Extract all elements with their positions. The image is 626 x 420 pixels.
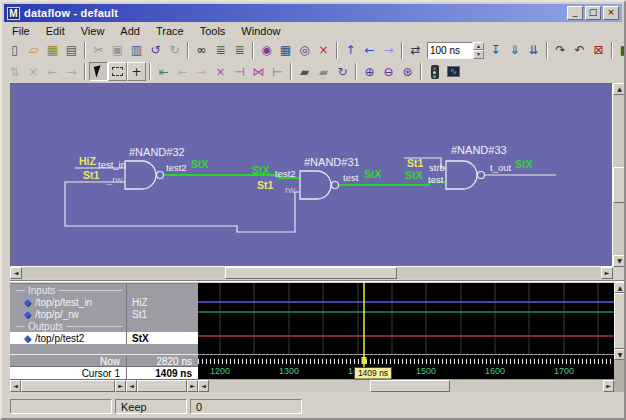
restart-button[interactable]: ⇄ (406, 41, 425, 60)
scroll-right-icon[interactable]: ► (601, 267, 613, 279)
scroll-thumb[interactable] (225, 267, 397, 279)
run-length-input[interactable] (427, 42, 473, 59)
wave-viewport[interactable]: 1200 1300 1400 1500 1600 1700 1409 ns (198, 283, 614, 380)
run-all-button[interactable]: ⇊ (524, 41, 543, 60)
new-file-button[interactable]: ▯ (5, 41, 24, 60)
print-button[interactable]: ▤ (62, 41, 81, 60)
redo-button[interactable]: ↻ (165, 41, 184, 60)
scroll-thumb[interactable] (370, 380, 450, 392)
scroll-left-icon[interactable]: ◄ (198, 380, 209, 392)
scroll-down-icon[interactable]: ▼ (614, 349, 626, 360)
names-hscrollbar[interactable]: ◄ ► (10, 380, 126, 392)
wave-row-/top/p/_rw[interactable]: ◆/top/p/_rwSt1 (10, 308, 198, 320)
paste-button[interactable]: ▥ (127, 41, 146, 60)
back-button[interactable]: ← (360, 41, 379, 60)
wave-vscrollbar[interactable]: ▲ ▼ (614, 282, 626, 392)
menu-trace[interactable]: Trace (148, 23, 192, 39)
wave-group-outputs[interactable]: Outputs (10, 320, 198, 332)
scroll-thumb[interactable] (21, 380, 115, 392)
scroll-thumb[interactable] (137, 380, 187, 392)
forward-button[interactable]: → (379, 41, 398, 60)
scroll-right-icon[interactable]: ► (115, 380, 126, 392)
find-button[interactable]: ∞ (192, 41, 211, 60)
remove-net-button[interactable]: × (211, 62, 230, 81)
open-button[interactable]: ▱ (24, 41, 43, 60)
close-button[interactable]: × (603, 6, 619, 20)
step-over-button[interactable]: ↶ (570, 41, 589, 60)
collapse-net-button[interactable]: ⋈ (249, 62, 268, 81)
continue-run-button[interactable]: ⇓ (505, 41, 524, 60)
delete-window-button[interactable]: × (314, 41, 333, 60)
scroll-right-icon[interactable]: ► (187, 380, 198, 392)
expand-categories-button[interactable]: ≣ (230, 41, 249, 60)
collapse-left-button[interactable]: ⊣ (230, 62, 249, 81)
wave-row-/top/p/test2[interactable]: ◆/top/p/test2StX (10, 332, 198, 344)
minimize-button[interactable]: _ (567, 6, 583, 20)
wave-row-/top/p/test_in[interactable]: ◆/top/p/test_inHiZ (10, 296, 198, 308)
schematic-hscrollbar[interactable]: ◄ ► (10, 267, 613, 279)
trace-back-button[interactable]: ← (43, 62, 62, 81)
cursor-row[interactable]: Cursor 1 1409 ns (10, 367, 198, 380)
maximize-button[interactable]: □ (585, 6, 601, 20)
trace-net-button[interactable]: ◉ (257, 41, 276, 60)
wave-group-inputs[interactable]: Inputs (10, 284, 198, 296)
gate-label: #NAND#33 (451, 144, 507, 156)
collapse-categories-button[interactable]: ≣ (211, 41, 230, 60)
spin-up-icon[interactable]: ▲ (473, 42, 484, 51)
expand-net-to-drivers-button[interactable]: ⇤ (154, 62, 173, 81)
menu-window[interactable]: Window (233, 23, 288, 39)
collapse-right-button[interactable]: ⊢ (268, 62, 287, 81)
run-button[interactable]: ↧ (486, 41, 505, 60)
show-wave-window-button[interactable]: ◧ (616, 41, 626, 60)
scroll-down-icon[interactable]: ▼ (613, 255, 626, 267)
title-bar[interactable]: M dataflow - default _ □ × (4, 4, 622, 22)
menu-file[interactable]: File (4, 23, 38, 39)
scroll-left-icon[interactable]: ◄ (10, 380, 21, 392)
zoom-in-button[interactable]: ⊕ (360, 62, 379, 81)
menu-add[interactable]: Add (112, 23, 148, 39)
wave-cursor-handle[interactable] (362, 357, 367, 364)
expand-net-left-button[interactable]: ← (173, 62, 192, 81)
erase-highlights-button[interactable]: ▰ (295, 62, 314, 81)
delete-signal-button[interactable]: × (24, 62, 43, 81)
erase-all-button[interactable]: ▰ (314, 62, 333, 81)
show-grid-button[interactable]: ▦ (276, 41, 295, 60)
values-hscrollbar[interactable]: ◄ ► (126, 380, 198, 392)
trace-forward-button[interactable]: → (62, 62, 81, 81)
menu-tools[interactable]: Tools (192, 23, 234, 39)
wave-hscrollbar[interactable]: ◄ ► (198, 380, 614, 392)
regenerate-button[interactable]: ↻ (333, 62, 352, 81)
show-wave-button[interactable] (425, 62, 444, 81)
cut-button[interactable]: ✂ (89, 41, 108, 60)
schematic-vscrollbar[interactable]: ▲ ▼ (613, 83, 626, 267)
find-signal-button[interactable]: ◎ (295, 41, 314, 60)
run-icon: ↧ (490, 44, 500, 56)
embedded-wave-button[interactable] (444, 62, 463, 81)
scroll-thumb[interactable] (613, 167, 626, 203)
grid-icon: ▦ (280, 44, 291, 56)
undo-button[interactable]: ↺ (146, 41, 165, 60)
expand-net-right-button[interactable]: → (192, 62, 211, 81)
schematic-canvas[interactable]: #NAND#32 HiZ test_in St1 _rw test2 StX #… (10, 83, 613, 267)
break-button[interactable]: ⊠ (589, 41, 608, 60)
pan-mode-button[interactable]: + (127, 62, 146, 81)
spin-down-icon[interactable]: ▼ (473, 50, 484, 59)
menu-edit[interactable]: Edit (38, 23, 73, 39)
zoom-full-button[interactable]: ⊛ (398, 62, 417, 81)
scroll-up-icon[interactable]: ▲ (613, 83, 626, 95)
select-mode-button[interactable] (89, 62, 108, 81)
zoom-out-button[interactable]: ⊖ (379, 62, 398, 81)
scroll-left-icon[interactable]: ◄ (126, 380, 137, 392)
step-button[interactable]: ↷ (551, 41, 570, 60)
copy-button[interactable]: ▣ (108, 41, 127, 60)
menu-view[interactable]: View (73, 23, 113, 39)
scroll-up-icon[interactable]: ▲ (614, 282, 626, 293)
zoom-area-mode-button[interactable] (108, 62, 127, 81)
scroll-right-icon[interactable]: ► (603, 380, 614, 392)
sort-signals-button[interactable]: ⇅ (5, 62, 24, 81)
move-up-button[interactable]: ↑ (341, 41, 360, 60)
save-button[interactable]: ▦ (43, 41, 62, 60)
scroll-thumb[interactable] (614, 293, 626, 349)
signal-diamond-icon: ◆ (24, 297, 31, 307)
scroll-left-icon[interactable]: ◄ (10, 267, 22, 279)
